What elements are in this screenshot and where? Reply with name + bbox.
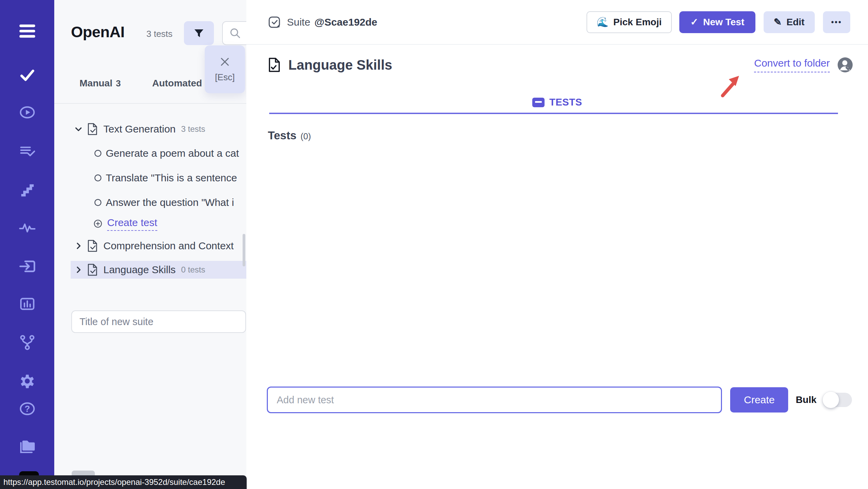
tab-manual-label: Manual bbox=[79, 78, 112, 88]
add-test-input[interactable] bbox=[267, 387, 722, 413]
sidebar-item-analytics[interactable] bbox=[19, 295, 36, 312]
suite-label: Comprehension and Context bbox=[103, 240, 234, 252]
git-branch-icon bbox=[19, 334, 36, 351]
filter-funnel-icon bbox=[193, 27, 205, 39]
create-button[interactable]: Create bbox=[730, 387, 788, 413]
pick-emoji-button[interactable]: 🌊 Pick Emoji bbox=[587, 11, 672, 33]
convert-to-folder-link[interactable]: Convert to folder bbox=[754, 57, 830, 72]
steps-icon bbox=[19, 181, 36, 198]
tab-tests[interactable]: TESTS bbox=[246, 97, 868, 108]
red-annotation-arrow bbox=[719, 71, 747, 100]
suite-count: 3 tests bbox=[181, 124, 205, 134]
suite-doc-icon bbox=[87, 123, 98, 136]
tab-manual-count: 3 bbox=[116, 78, 120, 88]
tree-test-translate[interactable]: Translate "This is a sentence bbox=[71, 170, 246, 186]
circle-plus-icon bbox=[93, 219, 103, 228]
doc-check-icon bbox=[268, 57, 281, 73]
tests-heading-count: (0) bbox=[301, 131, 311, 141]
add-test-row: Create Bulk bbox=[267, 387, 852, 413]
wave-emoji-icon: 🌊 bbox=[597, 16, 609, 28]
create-test-link[interactable]: Create test bbox=[107, 217, 157, 231]
tree-scrollbar-thumb[interactable] bbox=[243, 234, 245, 266]
test-label: Translate "This is a sentence bbox=[106, 172, 237, 184]
tree-suite-language-skills[interactable]: Language Skills 0 tests bbox=[71, 261, 246, 279]
browser-status-url-bar: https://app.testomat.io/projects/openai-… bbox=[0, 475, 247, 489]
suite-label: Text Generation bbox=[103, 123, 176, 135]
tests-card-icon bbox=[532, 98, 545, 107]
tab-automated-label: Automated bbox=[152, 78, 202, 88]
import-arrow-icon bbox=[19, 258, 36, 275]
tree-test-generate-poem[interactable]: Generate a poem about a cat bbox=[71, 145, 246, 162]
play-circle-icon bbox=[19, 104, 36, 121]
sidebar-item-runs[interactable] bbox=[19, 104, 36, 121]
suite-id-badge: @Scae192de bbox=[314, 16, 377, 28]
suite-word: Suite bbox=[287, 16, 310, 28]
check-icon: ✓ bbox=[690, 16, 698, 28]
new-test-button[interactable]: ✓ New Test bbox=[679, 11, 755, 33]
list-check-icon bbox=[19, 143, 36, 160]
sidebar-item-milestones[interactable] bbox=[19, 181, 36, 198]
svg-text:?: ? bbox=[25, 404, 30, 414]
hamburger-menu-icon bbox=[19, 24, 36, 39]
suite-doc-icon bbox=[87, 239, 98, 252]
sidebar-item-menu[interactable] bbox=[19, 23, 36, 40]
suite-count: 0 tests bbox=[181, 265, 205, 275]
tab-manual[interactable]: Manual3 bbox=[79, 78, 121, 89]
project-tests-count: 3 tests bbox=[146, 29, 173, 39]
chevron-right-icon[interactable] bbox=[74, 265, 83, 274]
activity-pulse-icon bbox=[19, 219, 36, 236]
tabs-divider bbox=[54, 103, 246, 104]
chevron-right-icon[interactable] bbox=[74, 241, 83, 250]
tree-create-test[interactable]: Create test bbox=[71, 215, 246, 232]
bulk-toggle[interactable] bbox=[823, 393, 852, 407]
toggle-knob[interactable] bbox=[823, 392, 839, 408]
page-title: Language Skills bbox=[288, 57, 392, 73]
search-input[interactable] bbox=[241, 28, 246, 39]
sidebar-item-import[interactable] bbox=[19, 258, 36, 275]
more-actions-button[interactable]: ••• bbox=[823, 11, 850, 33]
gear-icon bbox=[19, 373, 36, 390]
user-check-avatar[interactable] bbox=[837, 57, 853, 73]
sidebar-item-help[interactable]: ? bbox=[19, 400, 36, 417]
suite-detail-main: Suite @Scae192de 🌊 Pick Emoji ✓ New Test… bbox=[246, 0, 868, 489]
sidebar-item-settings[interactable] bbox=[19, 373, 36, 390]
bar-chart-icon bbox=[19, 295, 36, 312]
filter-close-popup: [Esc] bbox=[205, 45, 245, 93]
suite-badge: Suite @Scae192de bbox=[268, 16, 377, 29]
sidebar-item-projects[interactable] bbox=[19, 438, 36, 455]
close-icon[interactable] bbox=[219, 56, 230, 67]
bulk-label: Bulk bbox=[796, 394, 816, 405]
edit-button[interactable]: ✎ Edit bbox=[764, 11, 815, 33]
sidebar-item-tests[interactable] bbox=[19, 67, 36, 84]
ellipsis-icon: ••• bbox=[831, 18, 842, 27]
new-suite-title-input[interactable] bbox=[71, 310, 246, 333]
pick-emoji-label: Pick Emoji bbox=[613, 17, 662, 28]
tests-heading: Tests (0) bbox=[268, 129, 311, 142]
tree-suite-text-generation[interactable]: Text Generation 3 tests bbox=[71, 121, 246, 137]
chevron-down-icon[interactable] bbox=[74, 125, 83, 134]
app-sidebar: ? bbox=[0, 0, 54, 489]
suite-label: Language Skills bbox=[103, 264, 176, 276]
folder-icon bbox=[19, 438, 36, 455]
tab-automated[interactable]: Automated bbox=[152, 78, 202, 89]
edit-label: Edit bbox=[786, 17, 805, 28]
sidebar-item-pulse[interactable] bbox=[19, 219, 36, 236]
test-status-circle-icon bbox=[94, 150, 102, 157]
panel-tabs: Manual3 Automated bbox=[79, 78, 202, 89]
check-icon bbox=[19, 67, 36, 84]
tree-suite-comprehension[interactable]: Comprehension and Context bbox=[71, 238, 246, 254]
sidebar-item-branches[interactable] bbox=[19, 334, 36, 351]
sidebar-item-plans[interactable] bbox=[19, 143, 36, 160]
search-icon bbox=[229, 27, 241, 39]
project-title: OpenAI bbox=[71, 23, 125, 41]
tree-test-answer-question[interactable]: Answer the question "What i bbox=[71, 194, 246, 211]
search-box[interactable] bbox=[222, 21, 246, 45]
test-label: Answer the question "What i bbox=[106, 197, 234, 208]
suite-doc-icon bbox=[87, 263, 98, 276]
suite-topbar: Suite @Scae192de 🌊 Pick Emoji ✓ New Test… bbox=[246, 0, 868, 45]
filter-button[interactable] bbox=[184, 21, 214, 45]
suite-title-row: Language Skills Convert to folder bbox=[268, 55, 853, 75]
status-url: https://app.testomat.io/projects/openai-… bbox=[3, 477, 225, 487]
esc-hint-label: [Esc] bbox=[215, 72, 235, 83]
test-label: Generate a poem about a cat bbox=[106, 148, 239, 159]
